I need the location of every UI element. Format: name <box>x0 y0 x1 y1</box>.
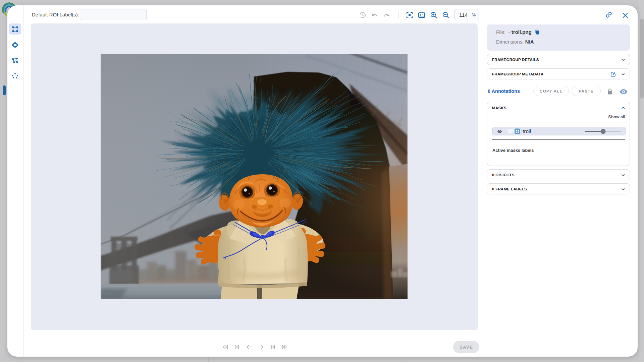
svg-text:1:1: 1:1 <box>420 14 424 17</box>
